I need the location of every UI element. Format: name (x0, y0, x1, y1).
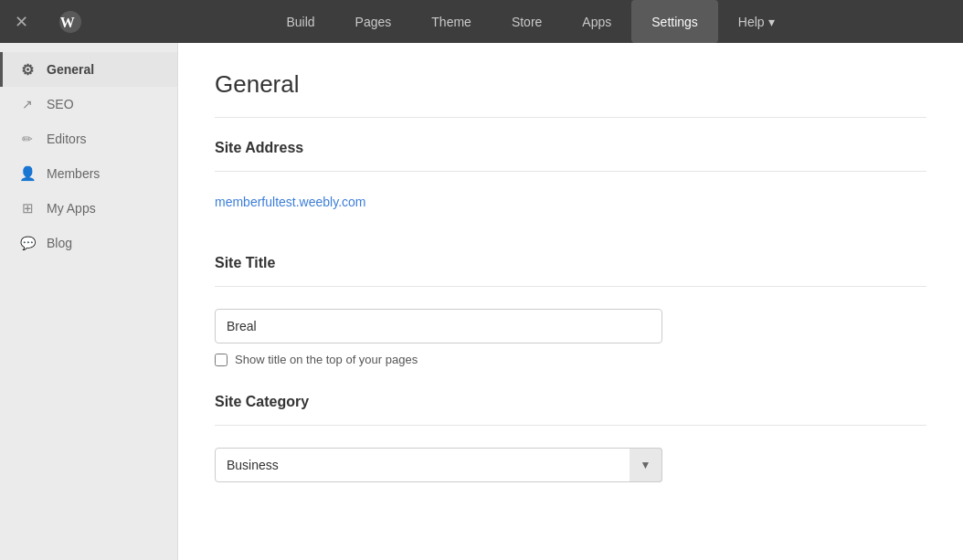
sidebar-item-members[interactable]: 👤 Members (0, 156, 177, 191)
divider-4 (215, 425, 926, 426)
editors-icon: ✏ (19, 131, 36, 147)
show-title-row: Show title on the top of your pages (215, 353, 926, 366)
divider-2 (215, 171, 926, 172)
sidebar-item-general[interactable]: ⚙ General (0, 52, 177, 87)
nav-store[interactable]: Store (492, 0, 562, 43)
sidebar-label-seo: SEO (47, 97, 74, 111)
sidebar-label-myapps: My Apps (47, 201, 96, 216)
main-content: General Site Address memberfultest.weebl… (178, 43, 963, 560)
nav-help[interactable]: Help ▾ (718, 0, 795, 43)
sidebar-item-myapps[interactable]: ⊞ My Apps (0, 191, 177, 226)
site-category-section: Site Category Business Personal Portfoli… (215, 394, 926, 482)
sidebar-label-general: General (47, 62, 94, 77)
nav-build[interactable]: Build (266, 0, 334, 43)
sidebar-label-members: Members (47, 166, 100, 181)
close-button[interactable]: ✕ (0, 0, 43, 43)
nav-apps[interactable]: Apps (562, 0, 631, 43)
site-category-title: Site Category (215, 394, 926, 410)
page-title: General (215, 70, 926, 99)
weebly-logo: W (43, 0, 98, 43)
show-title-label[interactable]: Show title on the top of your pages (235, 353, 418, 366)
seo-icon: ↗ (19, 96, 36, 112)
svg-text:W: W (60, 15, 75, 30)
gear-icon: ⚙ (19, 61, 36, 78)
sidebar-item-seo[interactable]: ↗ SEO (0, 87, 177, 122)
blog-icon: 💬 (19, 235, 36, 251)
sidebar-item-editors[interactable]: ✏ Editors (0, 122, 177, 156)
nav-theme[interactable]: Theme (411, 0, 492, 43)
sidebar-item-blog[interactable]: 💬 Blog (0, 226, 177, 260)
top-nav: ✕ W Build Pages Theme Store Apps Setting… (0, 0, 963, 43)
myapps-icon: ⊞ (19, 200, 36, 217)
site-title-section: Site Title Show title on the top of your… (215, 255, 926, 366)
show-title-checkbox[interactable] (215, 354, 228, 366)
sidebar-label-blog: Blog (47, 236, 72, 250)
site-title-title: Site Title (215, 255, 926, 271)
site-address-section: Site Address memberfultest.weebly.com (215, 140, 926, 227)
divider-1 (215, 117, 926, 118)
divider-3 (215, 286, 926, 287)
layout: ⚙ General ↗ SEO ✏ Editors 👤 Members ⊞ My… (0, 43, 963, 560)
nav-settings[interactable]: Settings (631, 0, 718, 43)
site-address-link[interactable]: memberfultest.weebly.com (215, 195, 365, 209)
site-address-title: Site Address (215, 140, 926, 156)
sidebar: ⚙ General ↗ SEO ✏ Editors 👤 Members ⊞ My… (0, 43, 178, 560)
site-title-input[interactable] (215, 309, 662, 343)
members-icon: 👤 (19, 165, 36, 182)
sidebar-label-editors: Editors (47, 132, 87, 146)
nav-items: Build Pages Theme Store Apps Settings He… (98, 0, 963, 43)
site-category-select[interactable]: Business Personal Portfolio Blog Other (215, 448, 662, 482)
close-icon: ✕ (15, 12, 28, 32)
logo-svg: W (56, 7, 85, 37)
nav-pages[interactable]: Pages (335, 0, 412, 43)
site-category-wrapper: Business Personal Portfolio Blog Other ▼ (215, 448, 662, 482)
